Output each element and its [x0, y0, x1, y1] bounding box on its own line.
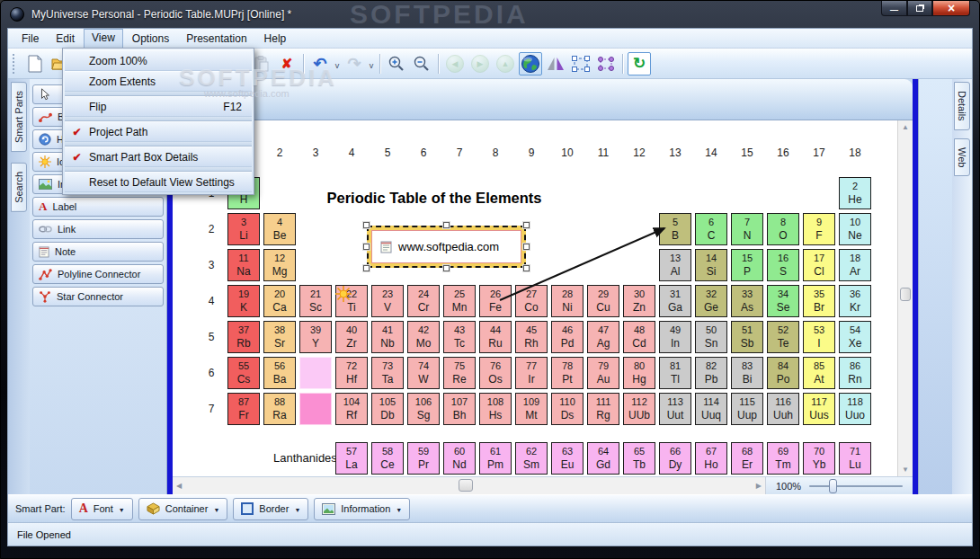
border-dropdown-button[interactable]: Border: [233, 498, 308, 520]
selection-handle[interactable]: [363, 265, 370, 271]
element-Pb[interactable]: 82Pb: [695, 357, 727, 389]
element-Er[interactable]: 68Er: [731, 442, 763, 475]
minimize-button[interactable]: [881, 1, 907, 16]
smart-part-note-button[interactable]: Note: [32, 242, 164, 262]
element-Ga[interactable]: 31Ga: [659, 285, 691, 317]
font-dropdown-button[interactable]: AFont: [71, 498, 133, 520]
element-Pm[interactable]: 61Pm: [479, 442, 512, 475]
smart-part-link-button[interactable]: Link: [32, 219, 164, 239]
element-Se[interactable]: 34Se: [767, 285, 799, 317]
element-Be[interactable]: 4Be: [263, 213, 296, 245]
element-Zr[interactable]: 40Zr: [335, 321, 368, 353]
series-placeholder-cell[interactable]: [299, 393, 332, 425]
element-Bi[interactable]: 83Bi: [731, 357, 763, 389]
element-Ir[interactable]: 77Ir: [515, 357, 548, 389]
element-UUb[interactable]: 112UUb: [623, 393, 655, 425]
redo-button[interactable]: [343, 52, 366, 75]
element-Bh[interactable]: 107Bh: [443, 393, 476, 425]
element-Mg[interactable]: 12Mg: [263, 249, 296, 281]
toolbar-grip[interactable]: [13, 54, 16, 74]
menu-presentation[interactable]: Presentation: [178, 30, 254, 48]
vertical-scrollbar[interactable]: ▲ ▼: [897, 120, 913, 476]
menu-item-smart-part-box-details[interactable]: ✔Smart Part Box Details: [65, 146, 252, 167]
element-W[interactable]: 74W: [407, 357, 440, 389]
element-Tc[interactable]: 43Tc: [443, 321, 476, 353]
element-Ca[interactable]: 20Ca: [263, 285, 296, 317]
element-Xe[interactable]: 54Xe: [839, 321, 871, 353]
refresh-button[interactable]: [628, 52, 651, 75]
element-Nd[interactable]: 60Nd: [443, 442, 476, 475]
restore-button[interactable]: [907, 1, 932, 16]
tab-web[interactable]: Web: [954, 138, 970, 176]
element-Os[interactable]: 76Os: [479, 357, 512, 389]
element-Ta[interactable]: 73Ta: [371, 357, 404, 389]
selection-handle[interactable]: [523, 265, 530, 271]
element-Rf[interactable]: 104Rf: [335, 393, 368, 425]
element-Cd[interactable]: 48Cd: [623, 321, 655, 353]
scroll-down-arrow[interactable]: ▼: [898, 466, 913, 474]
element-Ru[interactable]: 44Ru: [479, 321, 512, 353]
zoom-slider-thumb[interactable]: [829, 479, 837, 493]
element-Cl[interactable]: 17Cl: [803, 249, 835, 281]
menu-help[interactable]: Help: [256, 30, 295, 48]
element-P[interactable]: 15P: [731, 249, 763, 281]
sun-decoration-icon[interactable]: [335, 286, 352, 302]
element-Hf[interactable]: 72Hf: [335, 357, 368, 389]
navigate-back-button[interactable]: [443, 52, 467, 75]
undo-dropdown[interactable]: [333, 52, 342, 75]
smart-part-polyline-connector-button[interactable]: Polyline Connector: [32, 264, 164, 284]
element-Rh[interactable]: 45Rh: [515, 321, 548, 353]
element-He[interactable]: 2He: [839, 177, 871, 209]
element-Ar[interactable]: 18Ar: [839, 249, 871, 281]
delete-button[interactable]: [275, 52, 298, 75]
redo-dropdown[interactable]: [367, 52, 376, 75]
element-Ba[interactable]: 56Ba: [263, 357, 296, 389]
element-Eu[interactable]: 63Eu: [551, 442, 584, 475]
element-Dy[interactable]: 66Dy: [659, 442, 691, 475]
element-Gd[interactable]: 64Gd: [587, 442, 619, 475]
element-Rb[interactable]: 37Rb: [227, 321, 260, 353]
element-C[interactable]: 6C: [695, 213, 727, 245]
element-Tb[interactable]: 65Tb: [623, 442, 655, 475]
element-Mn[interactable]: 25Mn: [443, 285, 476, 317]
selection-handle[interactable]: [443, 265, 450, 271]
element-Sn[interactable]: 50Sn: [695, 321, 727, 353]
element-Br[interactable]: 35Br: [803, 285, 835, 317]
element-Sg[interactable]: 106Sg: [407, 393, 440, 425]
new-document-button[interactable]: [23, 52, 47, 75]
selection-handle[interactable]: [363, 244, 370, 250]
element-Uus[interactable]: 117Uus: [803, 393, 835, 425]
document-canvas[interactable]: Periodic Table of the Elements Lanthanid…: [173, 120, 897, 476]
element-Rn[interactable]: 86Rn: [839, 357, 871, 389]
element-Uuo[interactable]: 118Uuo: [839, 393, 871, 425]
smart-part-star-connector-button[interactable]: Star Connector: [32, 287, 164, 306]
navigate-up-button[interactable]: [494, 52, 517, 75]
element-V[interactable]: 23V: [371, 285, 404, 317]
element-Tm[interactable]: 69Tm: [767, 442, 799, 475]
close-button[interactable]: [932, 1, 970, 16]
selected-note-part[interactable]: www.softpedia.com: [367, 226, 526, 268]
undo-button[interactable]: [308, 52, 332, 75]
smart-part-label-button[interactable]: ALabel: [32, 197, 164, 217]
element-Rg[interactable]: 111Rg: [587, 393, 619, 425]
element-Li[interactable]: 3Li: [227, 213, 260, 245]
container-dropdown-button[interactable]: Container: [138, 498, 228, 520]
element-Te[interactable]: 52Te: [767, 321, 799, 353]
element-La[interactable]: 57La: [335, 442, 368, 475]
information-dropdown-button[interactable]: Information: [314, 498, 410, 520]
element-Pd[interactable]: 46Pd: [551, 321, 584, 353]
zoom-in-button[interactable]: [385, 52, 408, 75]
element-Cr[interactable]: 24Cr: [407, 285, 440, 317]
element-K[interactable]: 19K: [227, 285, 260, 317]
element-Nb[interactable]: 41Nb: [371, 321, 404, 353]
element-As[interactable]: 33As: [731, 285, 763, 317]
element-Hs[interactable]: 108Hs: [479, 393, 512, 425]
element-Y[interactable]: 39Y: [299, 321, 332, 353]
element-Db[interactable]: 105Db: [371, 393, 404, 425]
element-Uut[interactable]: 113Uut: [659, 393, 691, 425]
element-Sc[interactable]: 21Sc: [299, 285, 332, 317]
menu-edit[interactable]: Edit: [48, 30, 83, 48]
menu-item-project-path[interactable]: ✔Project Path: [65, 121, 252, 142]
web-globe-button[interactable]: [519, 52, 542, 75]
element-Au[interactable]: 79Au: [587, 357, 619, 389]
